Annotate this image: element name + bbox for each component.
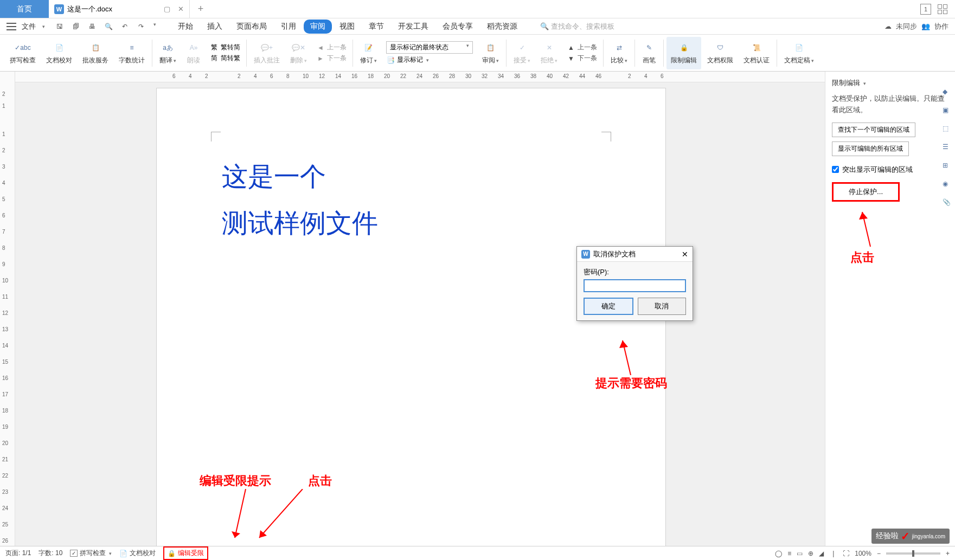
pen-icon: ✎ xyxy=(642,41,656,55)
tab-view[interactable]: 视图 xyxy=(333,20,361,34)
doc-proof-button[interactable]: 📄 文档校对 xyxy=(42,37,76,69)
word-count[interactable]: 字数: 10 xyxy=(39,549,62,558)
next-change-button[interactable]: ▼下一条 xyxy=(567,54,597,63)
proof-status[interactable]: 📄文档校对 xyxy=(119,549,156,558)
doc-cert-button[interactable]: 📜 文档认证 xyxy=(739,37,774,69)
new-tab-button[interactable]: + xyxy=(190,0,211,18)
review-pane-button[interactable]: 📋 审阅▾ xyxy=(478,37,503,69)
password-input[interactable] xyxy=(584,279,686,292)
tab-member[interactable]: 会员专享 xyxy=(436,20,479,34)
translate-button[interactable]: aあ 翻译▾ xyxy=(155,37,181,69)
save-as-icon[interactable]: 🗐 xyxy=(71,22,81,31)
accept-button[interactable]: ✓ 接受▾ xyxy=(509,37,535,69)
tab-chapter[interactable]: 章节 xyxy=(362,20,390,34)
home-tab[interactable]: 首页 xyxy=(0,0,49,18)
stop-protection-button[interactable]: 停止保护... xyxy=(832,182,900,202)
side-icon-3[interactable]: ⬚ xyxy=(943,125,952,134)
show-all-regions-button[interactable]: 显示可编辑的所有区域 xyxy=(832,141,909,156)
s2t-button[interactable]: 繁繁转简 xyxy=(210,43,240,52)
highlight-checkbox-input[interactable] xyxy=(832,166,839,173)
undo-icon[interactable]: ↶ xyxy=(120,22,130,31)
delete-comment-button[interactable]: 💬✕ 删除▾ xyxy=(286,37,311,69)
sync-label[interactable]: 未同步 xyxy=(896,22,917,31)
tab-close-icon[interactable]: ✕ xyxy=(178,5,184,13)
prev-change-button[interactable]: ▲上一条 xyxy=(567,43,597,52)
side-icon-4[interactable]: ☰ xyxy=(943,143,952,153)
compare-button[interactable]: ⇄ 比较▾ xyxy=(606,37,632,69)
pen-button[interactable]: ✎ 画笔 xyxy=(638,37,661,69)
side-icon-1[interactable]: ◆ xyxy=(943,88,952,98)
menu-icon[interactable] xyxy=(7,23,16,30)
show-markup-button[interactable]: 📑显示标记▾ xyxy=(386,55,473,65)
dialog-close-icon[interactable]: ✕ xyxy=(682,250,688,259)
annotation-text: 提示需要密码 xyxy=(595,375,667,391)
doc-icon: 📄 xyxy=(119,550,127,557)
view-page-icon[interactable]: ▭ xyxy=(797,550,803,557)
tab-monitor-icon[interactable]: ▢ xyxy=(164,5,170,13)
translate-icon: aあ xyxy=(161,41,175,55)
next-comment-button[interactable]: ►下一条 xyxy=(316,54,347,63)
side-icon-5[interactable]: ⊞ xyxy=(943,162,952,171)
doc-permission-button[interactable]: 🛡 文档权限 xyxy=(703,37,738,69)
side-icon-7[interactable]: 📎 xyxy=(943,198,952,208)
search-box[interactable]: 🔍 查找命令、搜索模板 xyxy=(540,22,614,31)
page-indicator[interactable]: 页面: 1/1 xyxy=(5,549,31,558)
zoom-out-icon[interactable]: − xyxy=(877,550,881,557)
spell-status[interactable]: ✓拼写检查 ▾ xyxy=(70,549,112,558)
zoom-level[interactable]: 100% xyxy=(855,550,871,557)
view-outline-icon[interactable]: ◢ xyxy=(819,550,824,557)
window-mode-icon[interactable]: 1 xyxy=(920,4,931,15)
zoom-slider[interactable] xyxy=(886,552,940,555)
t2s-button[interactable]: 简简转繁 xyxy=(210,54,240,63)
s2t-icon: 繁 xyxy=(210,43,219,52)
restrict-edit-button[interactable]: 🔒 限制编辑 xyxy=(666,37,701,69)
wordcount-button[interactable]: ≡ 字数统计 xyxy=(114,37,149,69)
ok-button[interactable]: 确定 xyxy=(584,298,633,315)
spell-check-button[interactable]: ✓abc 拼写检查 xyxy=(5,37,40,69)
view-circle-icon[interactable]: ◯ xyxy=(775,550,782,557)
redo-icon[interactable]: ↷ xyxy=(136,22,146,31)
side-icon-2[interactable]: ▣ xyxy=(943,106,952,116)
tab-layout[interactable]: 页面布局 xyxy=(230,20,273,34)
cancel-button[interactable]: 取消 xyxy=(638,298,687,315)
collab-label[interactable]: 协作 xyxy=(934,22,948,31)
tab-review[interactable]: 审阅 xyxy=(304,20,332,34)
track-changes-button[interactable]: 📝 修订▾ xyxy=(356,37,381,69)
tab-resource[interactable]: 稻壳资源 xyxy=(480,20,524,34)
tab-dev[interactable]: 开发工具 xyxy=(392,20,435,34)
batch-icon: 📋 xyxy=(88,41,102,55)
svg-marker-7 xyxy=(859,212,868,220)
preview-icon[interactable]: 🔍 xyxy=(104,22,113,31)
qa-more-icon[interactable]: ▾ xyxy=(153,22,156,31)
view-list-icon[interactable]: ≡ xyxy=(787,550,791,557)
tab-start[interactable]: 开始 xyxy=(171,20,200,34)
panel-menu-icon[interactable]: ▾ xyxy=(863,81,866,86)
annotation-text: 点击 xyxy=(850,249,874,266)
view-web-icon[interactable]: ⊕ xyxy=(808,550,813,557)
highlight-regions-checkbox[interactable]: 突出显示可编辑的区域 xyxy=(832,165,948,175)
document-tab[interactable]: W 这是一个.docx ▢ ✕ xyxy=(49,0,190,18)
readaloud-button[interactable]: A» 朗读 xyxy=(182,37,205,69)
find-next-region-button[interactable]: 查找下一个可编辑的区域 xyxy=(832,123,915,137)
batch-button[interactable]: 📋 批改服务 xyxy=(78,37,113,69)
app-grid-icon[interactable] xyxy=(938,4,947,14)
zoom-in-icon[interactable]: + xyxy=(946,550,950,557)
prev-comment-button[interactable]: ◄上一条 xyxy=(316,43,347,52)
file-menu[interactable]: 文件 xyxy=(22,22,36,31)
markup-state-combo[interactable]: 显示标记的最终状态▾ xyxy=(386,41,473,54)
reject-button[interactable]: ✕ 拒绝▾ xyxy=(536,37,562,69)
save-icon[interactable]: 🖫 xyxy=(55,22,65,31)
side-icon-6[interactable]: ◉ xyxy=(943,180,952,190)
new-comment-button[interactable]: 💬+ 插入批注 xyxy=(249,37,284,69)
print-icon[interactable]: 🖶 xyxy=(87,22,97,31)
fullscreen-icon[interactable]: ⛶ xyxy=(843,550,849,557)
document-content: 这是一个 测试样例文件 xyxy=(222,153,378,247)
chevron-down-icon[interactable]: ▾ xyxy=(42,24,45,29)
annotation-arrow xyxy=(254,489,308,543)
collab-icon[interactable]: 👥 xyxy=(921,22,930,30)
doc-final-button[interactable]: 📄 文档定稿▾ xyxy=(780,37,818,69)
tab-insert[interactable]: 插入 xyxy=(201,20,229,34)
tab-ref[interactable]: 引用 xyxy=(274,20,303,34)
edit-restricted-badge[interactable]: 🔒 编辑受限 xyxy=(163,546,208,560)
cloud-icon[interactable]: ☁ xyxy=(885,22,892,30)
